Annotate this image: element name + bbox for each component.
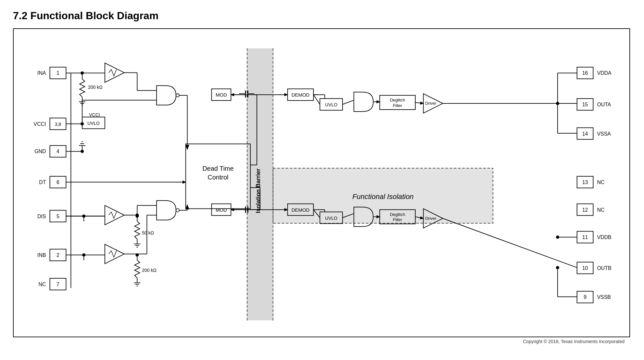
svg-text:3,8: 3,8: [55, 122, 61, 127]
svg-text:DEMOD: DEMOD: [292, 92, 310, 98]
svg-text:INB: INB: [37, 252, 46, 258]
copyright-text: Copyright © 2018, Texas Instruments Inco…: [13, 339, 631, 344]
svg-line-164: [443, 219, 577, 268]
svg-text:11: 11: [582, 234, 588, 240]
svg-text:16: 16: [582, 70, 588, 76]
svg-point-119: [81, 122, 84, 126]
svg-text:12: 12: [582, 207, 588, 213]
svg-text:200 kΩ: 200 kΩ: [142, 268, 157, 273]
svg-text:50 kΩ: 50 kΩ: [142, 230, 154, 235]
svg-text:VDDB: VDDB: [597, 234, 611, 240]
svg-line-130: [343, 100, 354, 104]
svg-text:Driver: Driver: [425, 101, 436, 106]
svg-text:OUTB: OUTB: [597, 265, 611, 271]
svg-text:Filter: Filter: [393, 217, 402, 222]
svg-text:MOD: MOD: [216, 207, 227, 213]
svg-text:UVLO: UVLO: [325, 102, 337, 107]
svg-text:NC: NC: [39, 282, 46, 287]
svg-text:NC: NC: [597, 180, 604, 185]
svg-text:10: 10: [582, 265, 588, 271]
svg-marker-52: [105, 63, 124, 83]
svg-text:OUTA: OUTA: [597, 102, 611, 107]
svg-text:UVLO: UVLO: [87, 121, 100, 126]
svg-text:INA: INA: [37, 70, 46, 76]
svg-text:9: 9: [584, 294, 587, 300]
svg-text:Deglitch: Deglitch: [390, 98, 405, 102]
svg-text:15: 15: [582, 102, 588, 107]
svg-text:200 kΩ: 200 kΩ: [88, 85, 103, 90]
svg-text:VSSA: VSSA: [597, 131, 611, 137]
svg-line-133: [415, 102, 423, 103]
svg-text:NC: NC: [597, 207, 604, 213]
svg-text:2: 2: [57, 252, 59, 258]
svg-point-58: [176, 209, 179, 212]
svg-text:1: 1: [57, 70, 59, 76]
svg-text:VDDA: VDDA: [597, 70, 612, 76]
svg-text:GND: GND: [34, 149, 46, 154]
svg-text:Control: Control: [208, 174, 228, 181]
svg-text:Driver: Driver: [425, 216, 436, 221]
svg-text:VCCI: VCCI: [34, 121, 46, 127]
svg-marker-53: [105, 206, 124, 225]
svg-text:5: 5: [57, 214, 59, 219]
svg-text:UVLO: UVLO: [325, 216, 337, 221]
svg-line-127: [313, 95, 320, 104]
svg-point-150: [135, 214, 139, 217]
svg-text:DEMOD: DEMOD: [292, 207, 310, 213]
svg-text:7: 7: [57, 282, 59, 287]
svg-text:Dead Time: Dead Time: [202, 165, 234, 172]
svg-text:DT: DT: [39, 180, 46, 185]
svg-text:Isolation Barrier: Isolation Barrier: [255, 168, 261, 213]
svg-text:Filter: Filter: [393, 103, 402, 108]
svg-marker-54: [105, 244, 124, 264]
svg-point-57: [176, 94, 179, 97]
svg-text:MOD: MOD: [216, 92, 227, 98]
svg-text:Deglitch: Deglitch: [390, 212, 405, 217]
svg-text:Functional Isolation: Functional Isolation: [352, 193, 414, 201]
svg-text:VCCI: VCCI: [89, 112, 100, 117]
svg-text:13: 13: [582, 180, 588, 185]
svg-text:4: 4: [57, 149, 59, 154]
svg-text:14: 14: [582, 131, 588, 137]
svg-text:DIS: DIS: [37, 214, 46, 219]
svg-text:VSSB: VSSB: [597, 294, 611, 300]
block-diagram: Isolation Barrier Functional Isolation 1…: [13, 28, 630, 337]
page-title: 7.2 Functional Block Diagram: [13, 10, 631, 22]
svg-point-112: [81, 71, 84, 74]
svg-text:6: 6: [57, 180, 59, 185]
